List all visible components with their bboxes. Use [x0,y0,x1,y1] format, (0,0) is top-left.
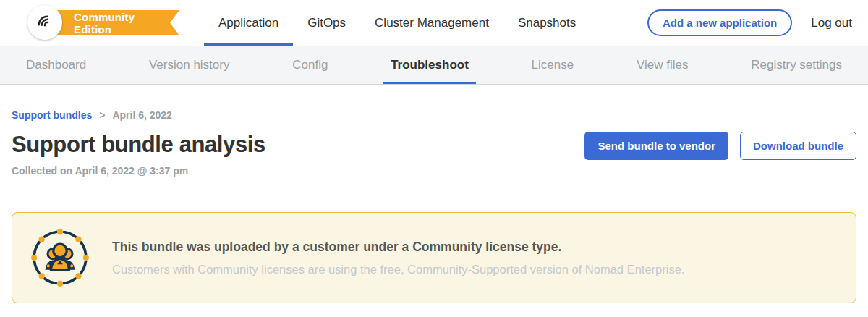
replicated-logo[interactable] [27,5,62,40]
community-edition-badge-label: Community Edition [74,11,161,35]
breadcrumb-current: April 6, 2022 [112,109,172,121]
title-row: Support bundle analysis Send bundle to v… [12,132,856,160]
tab-gitops[interactable]: GitOps [293,0,360,46]
notice-title: This bundle was uploaded by a customer u… [112,240,684,255]
page-title: Support bundle analysis [12,132,265,158]
community-license-icon [30,227,90,288]
app-sub-navigation: Dashboard Version history Config Trouble… [0,46,868,85]
replicated-logo-icon [35,13,54,32]
breadcrumb: Support bundles > April 6, 2022 [12,109,856,121]
subnav-license[interactable]: License [524,46,582,84]
tab-snapshots[interactable]: Snapshots [503,0,590,46]
tab-application[interactable]: Application [204,0,293,46]
collected-timestamp: Collected on April 6, 2022 @ 3:37 pm [12,165,856,177]
send-bundle-to-vendor-button[interactable]: Send bundle to vendor [584,132,728,160]
tab-cluster-management[interactable]: Cluster Management [360,0,503,46]
add-new-application-button[interactable]: Add a new application [647,9,792,36]
breadcrumb-support-bundles-link[interactable]: Support bundles [12,109,92,121]
subnav-dashboard[interactable]: Dashboard [19,46,93,84]
main-content: Support bundles > April 6, 2022 Support … [0,109,868,303]
subnav-view-files[interactable]: View files [629,46,696,84]
community-license-notice: This bundle was uploaded by a customer u… [12,212,856,303]
breadcrumb-separator: > [99,109,105,121]
subnav-version-history[interactable]: Version history [142,46,237,84]
logout-link[interactable]: Log out [811,16,852,30]
notice-text: This bundle was uploaded by a customer u… [112,240,684,276]
top-actions: Add a new application Log out [647,0,868,46]
bundle-actions: Send bundle to vendor Download bundle [584,132,856,160]
download-bundle-button[interactable]: Download bundle [740,132,856,160]
brand: Community Edition [27,0,179,46]
subnav-registry-settings[interactable]: Registry settings [744,46,849,84]
top-nav-bar: Community Edition Application GitOps Clu… [0,0,868,46]
subnav-troubleshoot[interactable]: Troubleshoot [383,46,476,84]
subnav-config[interactable]: Config [285,46,335,84]
community-group-icon [30,227,90,288]
primary-navigation: Application GitOps Cluster Management Sn… [204,0,590,46]
notice-description: Customers with Community licenses are us… [112,263,684,276]
